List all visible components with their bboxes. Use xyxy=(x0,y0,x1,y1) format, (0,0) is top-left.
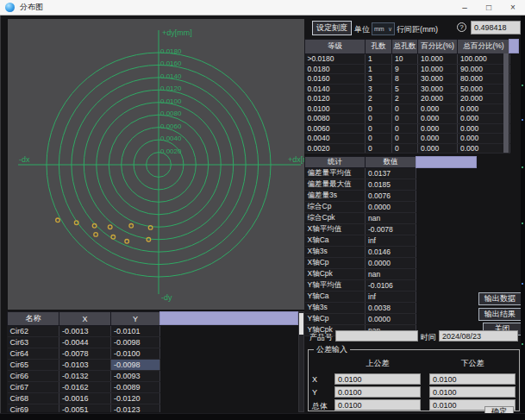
table-row[interactable]: Cir66-0.0132-0.0093 xyxy=(8,371,160,382)
titlebar: 分布图 – □ × xyxy=(0,0,525,16)
svg-text:0.0180: 0.0180 xyxy=(160,47,182,55)
table-row[interactable]: Y轴平均值-0.0106 xyxy=(305,280,416,291)
x-upper-tolerance-input[interactable]: 0.0100 xyxy=(334,373,421,385)
table-row[interactable]: X轴Cainf xyxy=(305,235,416,247)
row-spacing-input[interactable]: 0.498418 xyxy=(471,21,521,34)
svg-text:0.0040: 0.0040 xyxy=(160,135,182,142)
overall-upper-tolerance-input[interactable]: 0.0100 xyxy=(334,399,421,411)
help-icon[interactable]: ? xyxy=(457,22,466,32)
table-row[interactable]: >0.018011010.000100.000 xyxy=(305,54,510,65)
table-row[interactable]: Y轴3s0.0038 xyxy=(305,303,416,314)
points-table-header-corner xyxy=(159,311,298,325)
row-spacing-label: 行间距(mm) xyxy=(397,24,438,35)
scrollbar-thumb[interactable] xyxy=(299,313,303,335)
overall-row-label: 总体 xyxy=(312,401,328,412)
x-row-label: X xyxy=(312,375,317,384)
export-result-button[interactable]: 输出结果 xyxy=(478,308,522,321)
y-upper-tolerance-input[interactable]: 0.0100 xyxy=(334,386,421,398)
stats-table: 统计数值偏差量平均值0.0137偏差量最大值0.0185偏差量3s0.0076综… xyxy=(304,156,416,336)
window-content: 0.00200.00400.00600.00800.01000.01200.01… xyxy=(0,16,521,413)
svg-text:0.0020: 0.0020 xyxy=(160,147,182,155)
time-value[interactable]: 2024/08/23 xyxy=(439,330,518,342)
grade-table-scrollbar[interactable] xyxy=(503,53,509,153)
svg-text:0.0080: 0.0080 xyxy=(160,110,182,117)
column-header[interactable]: 统计 xyxy=(305,157,366,168)
table-row[interactable]: Cir69-0.0051-0.0123 xyxy=(8,404,160,413)
close-icon[interactable]: × xyxy=(501,0,525,16)
table-row[interactable]: Y轴Cainf xyxy=(305,291,416,303)
table-row[interactable]: 0.0020000.0000.000 xyxy=(305,143,510,154)
column-header[interactable]: 百分比(%) xyxy=(418,40,458,54)
table-row[interactable]: 0.01403530.00050.000 xyxy=(305,84,510,94)
x-lower-tolerance-input[interactable]: 0.0100 xyxy=(429,373,516,385)
table-row[interactable]: Y轴Cp0.0000 xyxy=(305,314,416,325)
svg-text:+dx[mm]: +dx[mm] xyxy=(288,155,304,164)
column-header[interactable]: 名称 xyxy=(8,312,59,326)
column-header[interactable]: 总孔数 xyxy=(392,40,418,54)
unit-label: 单位 xyxy=(354,24,370,35)
column-header[interactable]: Y xyxy=(111,312,160,326)
table-row[interactable]: X轴平均值-0.0078 xyxy=(305,224,416,235)
column-header[interactable]: 数值 xyxy=(366,157,416,168)
svg-text:-dy: -dy xyxy=(161,293,172,302)
svg-text:0.0160: 0.0160 xyxy=(160,60,182,67)
table-row[interactable]: 0.0040000.0000.000 xyxy=(305,134,510,144)
grade-table-header-corner xyxy=(509,39,519,53)
table-row[interactable]: 0.01801910.00090.000 xyxy=(305,64,510,74)
y-row-label: Y xyxy=(312,388,317,397)
svg-text:-dx: -dx xyxy=(19,155,30,164)
unit-select-value: mm xyxy=(374,26,384,32)
minimize-icon[interactable]: – xyxy=(453,0,477,16)
points-table-scrollbar[interactable] xyxy=(298,311,304,412)
chevron-down-icon: ∨ xyxy=(388,26,392,33)
svg-text:0.0060: 0.0060 xyxy=(160,122,182,130)
svg-text:0.0120: 0.0120 xyxy=(160,85,182,92)
column-header[interactable]: 孔数 xyxy=(366,40,392,54)
column-header[interactable]: 等级 xyxy=(305,40,366,54)
table-row[interactable]: 0.0100000.0000.000 xyxy=(305,103,510,114)
stats-table-header-corner xyxy=(416,156,477,168)
table-row[interactable]: 0.01603830.00080.000 xyxy=(305,74,510,85)
taskbar-strip xyxy=(0,413,525,420)
upper-tolerance-header: 上公差 xyxy=(334,358,421,369)
table-row[interactable]: 偏差量3s0.0076 xyxy=(305,191,416,202)
table-row[interactable]: X轴Cp0.0000 xyxy=(305,258,416,269)
table-row[interactable]: Cir67-0.0162-0.0089 xyxy=(8,382,160,393)
table-row[interactable]: Cir65-0.0103-0.0098 xyxy=(8,360,160,371)
table-row[interactable]: 偏差量最大值0.0185 xyxy=(305,179,416,191)
svg-text:0.0140: 0.0140 xyxy=(160,72,182,80)
set-scale-button[interactable]: 设定刻度 xyxy=(312,21,352,35)
tolerance-group-label: 公差输入 xyxy=(314,344,350,355)
table-row[interactable]: X轴Cpknan xyxy=(305,269,416,280)
table-row[interactable]: 0.01202220.00020.000 xyxy=(305,94,510,104)
table-row[interactable]: 偏差量平均值0.0137 xyxy=(305,168,416,179)
lower-tolerance-header: 下公差 xyxy=(429,358,516,369)
distribution-chart: 0.00200.00400.00600.00800.01000.01200.01… xyxy=(8,19,304,310)
table-row[interactable]: Cir68-0.0016-0.0120 xyxy=(8,393,160,404)
table-row[interactable]: 0.0060000.0000.000 xyxy=(305,123,510,134)
table-row[interactable]: Cir64-0.0078-0.0100 xyxy=(8,348,160,360)
points-table-container: 名称XYCir62-0.0013-0.0101Cir63-0.0044-0.00… xyxy=(7,311,298,412)
table-row[interactable]: Cir63-0.0044-0.0098 xyxy=(8,337,160,348)
window-title: 分布图 xyxy=(20,2,43,13)
time-label: 时间 xyxy=(421,332,436,343)
table-row[interactable]: X轴3s0.0146 xyxy=(305,247,416,258)
table-row[interactable]: 综合Cp0.0000 xyxy=(305,202,416,213)
points-table: 名称XYCir62-0.0013-0.0101Cir63-0.0044-0.00… xyxy=(7,311,160,412)
export-data-button[interactable]: 输出数据 xyxy=(478,292,522,305)
window-controls: – □ × xyxy=(453,0,525,16)
background-window-strip xyxy=(521,16,525,413)
table-row[interactable]: Cir62-0.0013-0.0101 xyxy=(8,326,160,337)
unit-select[interactable]: mm ∨ xyxy=(372,22,395,35)
svg-text:0.0100: 0.0100 xyxy=(160,97,182,105)
column-header[interactable]: 总百分比(%) xyxy=(458,40,510,54)
table-row[interactable]: 综合Cpknan xyxy=(305,213,416,224)
chart-canvas: 0.00200.00400.00600.00800.01000.01200.01… xyxy=(8,19,304,310)
app-icon xyxy=(5,3,15,12)
maximize-icon[interactable]: □ xyxy=(477,0,501,16)
svg-text:+dy[mm]: +dy[mm] xyxy=(162,28,192,37)
product-number-input[interactable] xyxy=(335,330,418,342)
column-header[interactable]: X xyxy=(59,312,111,326)
y-lower-tolerance-input[interactable]: 0.0100 xyxy=(429,386,516,398)
table-row[interactable]: 0.0080000.0000.000 xyxy=(305,114,510,124)
